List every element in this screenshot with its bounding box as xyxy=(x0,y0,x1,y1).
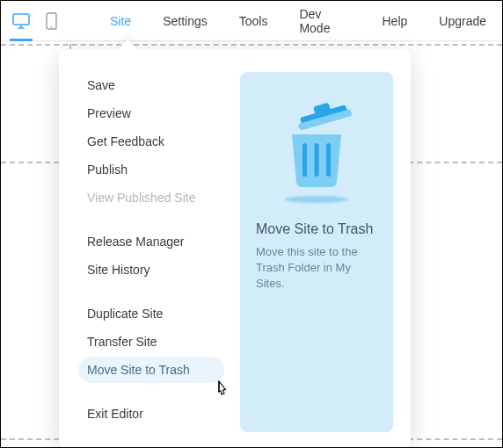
menu-item-move-to-trash[interactable]: Move Site to Trash xyxy=(78,357,224,383)
svg-point-4 xyxy=(50,25,52,27)
menu-separator xyxy=(78,285,224,300)
svg-rect-10 xyxy=(326,143,331,177)
site-menu-list: Save Preview Get Feedback Publish View P… xyxy=(78,72,224,432)
menu-item-save[interactable]: Save xyxy=(78,72,224,98)
menu-upgrade[interactable]: Upgrade xyxy=(423,1,502,41)
icon-shadow xyxy=(285,196,348,203)
trash-icon xyxy=(276,103,357,187)
editor-canvas: Save Preview Get Feedback Publish View P… xyxy=(1,41,502,447)
menu-help[interactable]: Help xyxy=(367,1,424,41)
menu-detail-panel: Move Site to Trash Move this site to the… xyxy=(240,72,393,432)
mobile-view-button[interactable] xyxy=(36,1,66,41)
menu-site[interactable]: Site xyxy=(94,1,147,41)
menu-item-duplicate-site[interactable]: Duplicate Site xyxy=(78,300,224,327)
menu-item-exit-editor[interactable]: Exit Editor xyxy=(78,401,224,427)
menu-separator xyxy=(78,385,224,401)
desktop-view-button[interactable] xyxy=(6,1,36,41)
desktop-icon xyxy=(12,13,30,29)
menu-item-transfer-site[interactable]: Transfer Site xyxy=(78,329,224,355)
menu-tools[interactable]: Tools xyxy=(223,1,284,41)
top-bar: Site Settings Tools Dev Mode Help Upgrad… xyxy=(1,1,502,41)
mobile-icon xyxy=(46,12,57,30)
menu-item-publish[interactable]: Publish xyxy=(78,156,224,183)
svg-rect-9 xyxy=(315,143,319,177)
app-frame: Site Settings Tools Dev Mode Help Upgrad… xyxy=(0,0,503,448)
menu-dev-mode[interactable]: Dev Mode xyxy=(283,1,366,41)
device-switch xyxy=(1,1,71,41)
detail-description: Move this site to the Trash Folder in My… xyxy=(256,244,377,292)
svg-rect-8 xyxy=(303,143,307,177)
menu-separator xyxy=(78,213,224,228)
detail-title: Move Site to Trash xyxy=(256,221,373,237)
menu-item-view-published: View Published Site xyxy=(78,184,224,211)
site-menu-popover: Save Preview Get Feedback Publish View P… xyxy=(59,49,411,448)
menu-item-get-feedback[interactable]: Get Feedback xyxy=(78,128,224,155)
menu-item-preview[interactable]: Preview xyxy=(78,100,224,126)
menu-settings[interactable]: Settings xyxy=(147,1,223,41)
detail-icon-area xyxy=(276,91,357,214)
menu-item-site-history[interactable]: Site History xyxy=(78,257,224,283)
top-menu: Site Settings Tools Dev Mode Help Upgrad… xyxy=(94,1,502,41)
menu-item-release-manager[interactable]: Release Manager xyxy=(78,228,224,255)
svg-rect-0 xyxy=(13,14,29,25)
guide-line xyxy=(1,44,502,46)
